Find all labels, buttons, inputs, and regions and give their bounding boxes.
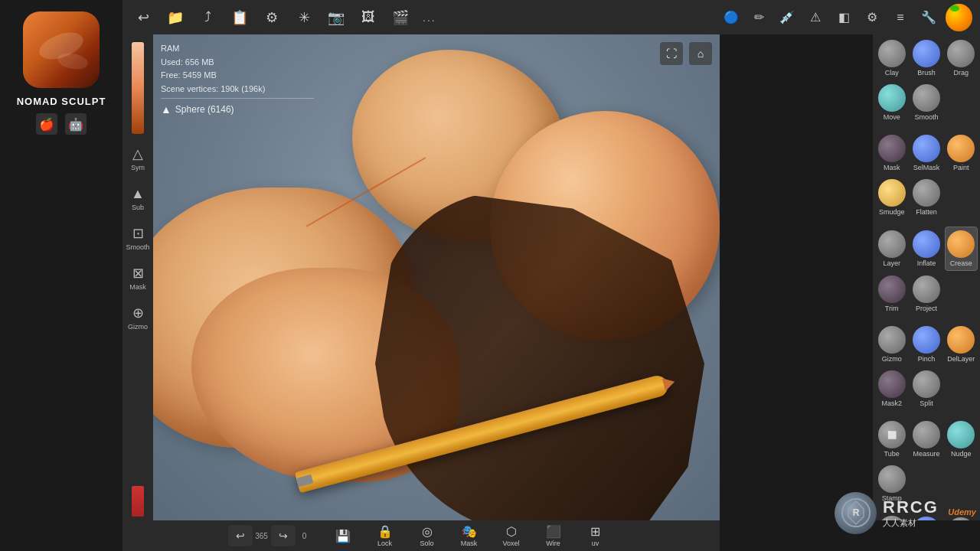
undo-button[interactable]: ↩ [228, 525, 253, 546]
hand-silhouette [375, 191, 704, 520]
selmask-tool[interactable]: SelMask [910, 132, 942, 174]
undo-count: 365 [254, 532, 270, 540]
menu-icon[interactable]: ≡ [889, 6, 911, 29]
brush-tool[interactable]: Brush [910, 37, 942, 80]
measure-icon [913, 421, 940, 448]
reference-icon[interactable]: 📋 [227, 5, 253, 31]
smooth-tool[interactable]: Smooth [910, 81, 942, 124]
crease-label: Crease [950, 259, 972, 267]
dellayer-icon [947, 326, 975, 354]
prefs-icon[interactable]: ⚙ [861, 6, 884, 29]
image-icon[interactable]: 🖼 [355, 5, 381, 31]
layer-tool[interactable]: Layer [875, 227, 908, 271]
clay-tool[interactable]: Clay [875, 37, 908, 80]
smudge-tool[interactable]: Smudge [875, 176, 908, 219]
eyedropper-icon[interactable]: 💉 [776, 6, 799, 29]
paint-icon [947, 135, 975, 162]
gizmo-tool-label: Gizmo [882, 355, 902, 363]
chinese-text: 人人素材 [883, 517, 939, 529]
branding-panel: NOMAD SCULPT 🍎 🤖 [0, 0, 122, 551]
effects-icon[interactable]: ✳ [291, 5, 317, 31]
voxel-icon: ⬡ [506, 524, 517, 539]
paint-tool[interactable]: Paint [945, 132, 978, 174]
ram-label: RAM [161, 42, 314, 56]
vertices-info: Scene vertices: 190k (196k) [161, 83, 314, 96]
project-label: Project [916, 305, 937, 312]
save-icon: 💾 [335, 529, 351, 543]
sphere-icon[interactable]: 🔵 [720, 6, 742, 29]
pinch-label: Pinch [918, 355, 936, 363]
video-icon[interactable]: 🎬 [387, 5, 413, 31]
smooth-tool-icon [913, 84, 940, 112]
tool-grid-row3: Layer Inflate Crease Trim Project [873, 224, 980, 318]
layers-icon[interactable]: ◧ [833, 6, 855, 29]
solo-icon: ◎ [422, 524, 433, 539]
info-divider [161, 98, 314, 99]
inflate-tool[interactable]: Inflate [910, 227, 942, 271]
trim-label: Trim [885, 305, 899, 312]
crease-tool[interactable]: Crease [945, 227, 978, 271]
apple-icon: 🍎 [36, 113, 57, 135]
dellayer-label: DelLayer [947, 355, 975, 363]
flatten-label: Flatten [916, 208, 937, 216]
trim-icon [878, 276, 906, 303]
tube-label: Tube [884, 450, 900, 458]
lock-tool[interactable]: 🔒 Lock [366, 523, 404, 549]
nudge-tool[interactable]: Nudge [945, 418, 978, 461]
selmask-label: SelMask [913, 164, 940, 171]
share-icon[interactable]: ⤴ [194, 5, 220, 31]
measure-tool[interactable]: Measure [910, 418, 942, 461]
save-bottom-tool[interactable]: 💾 [324, 523, 362, 549]
move-tool[interactable]: Move [875, 81, 908, 124]
main-canvas[interactable]: RAM Used: 656 MB Free: 5459 MB Scene ver… [153, 34, 720, 520]
settings-icon[interactable]: ⚙ [259, 5, 285, 31]
voxel-tool[interactable]: ⬡ Voxel [492, 523, 531, 549]
folder-icon[interactable]: 📁 [162, 5, 188, 31]
brush-icon [913, 40, 940, 67]
fullscreen-icon[interactable]: ⛶ [660, 42, 683, 65]
mask-left-tool[interactable]: ⊠ Mask [124, 259, 152, 297]
flatten-tool[interactable]: Flatten [910, 176, 942, 219]
wire-tool[interactable]: ⬛ Wire [534, 523, 573, 549]
smudge-label: Smudge [879, 208, 905, 216]
alert-icon[interactable]: ⚠ [805, 6, 827, 29]
mask2-tool[interactable]: Mask2 [875, 367, 908, 410]
app-icon-image [23, 11, 100, 88]
tools-icon[interactable]: 🔧 [917, 6, 939, 29]
solo-tool[interactable]: ◎ Solo [408, 523, 446, 549]
hand-overlay [314, 153, 681, 520]
symmetry-tool[interactable]: △ Sym [124, 139, 152, 178]
inflate-label: Inflate [917, 259, 936, 267]
move-label: Move [884, 113, 900, 121]
subdivide-tool[interactable]: ▲ Sub [124, 179, 152, 217]
gizmo-left-tool[interactable]: ⊕ Gizmo [124, 298, 152, 337]
color-bar-bottom[interactable] [132, 486, 144, 517]
mask-icon: ⊠ [132, 265, 144, 282]
split-tool[interactable]: Split [910, 367, 942, 410]
home-icon[interactable]: ⌂ [689, 42, 712, 65]
dellayer-tool[interactable]: DelLayer [945, 323, 978, 366]
mask-bottom-tool[interactable]: 🎭 Mask [450, 523, 488, 549]
trim-tool[interactable]: Trim [875, 272, 908, 315]
back-icon[interactable]: ↩ [130, 5, 156, 31]
brush-settings-icon[interactable]: ✏ [748, 6, 770, 29]
uv-tool[interactable]: ⊞ uv [577, 523, 615, 549]
mask-tool[interactable]: Mask [875, 132, 908, 174]
project-tool[interactable]: Project [910, 272, 942, 315]
color-slider-vertical[interactable] [132, 42, 144, 134]
camera-icon[interactable]: 📷 [323, 5, 349, 31]
solo-label: Solo [420, 540, 433, 547]
drag-tool[interactable]: Drag [945, 37, 978, 80]
tube-icon: ⬜ [878, 421, 906, 448]
gizmo-tool[interactable]: Gizmo [875, 323, 908, 366]
drag-label: Drag [954, 69, 969, 77]
uv-label: uv [592, 540, 599, 547]
tube-tool[interactable]: ⬜ Tube [875, 418, 908, 461]
voxel-label: Voxel [502, 540, 519, 547]
smooth-left-tool[interactable]: ⊡ Smooth [124, 219, 152, 257]
layer-label: Layer [883, 259, 900, 267]
redo-button[interactable]: ↪ [271, 525, 296, 546]
mask-label: Mask [129, 283, 146, 291]
pinch-tool[interactable]: Pinch [910, 323, 942, 366]
color-picker-sphere[interactable] [946, 4, 972, 31]
